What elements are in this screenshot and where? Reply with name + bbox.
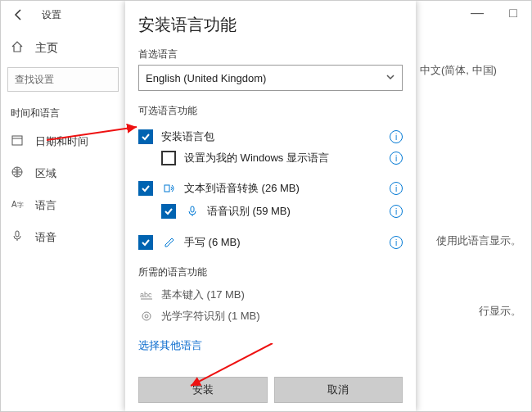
sidebar-item-datetime[interactable]: 日期和时间: [1, 125, 125, 157]
option-label: 手写 (6 MB): [184, 235, 241, 250]
checkbox-unchecked-icon[interactable]: [161, 151, 176, 165]
svg-rect-4: [16, 231, 19, 237]
right-msg-2: 行显示。: [479, 304, 521, 319]
preferred-lang-dropdown[interactable]: English (United Kingdom): [138, 65, 403, 91]
option-handwriting[interactable]: 手写 (6 MB) i: [138, 231, 403, 254]
checkbox-checked-icon[interactable]: [161, 204, 176, 219]
preferred-lang-label: 首选语言: [138, 48, 403, 61]
search-input[interactable]: 查找设置: [7, 67, 119, 92]
tts-icon: [161, 180, 178, 197]
sidebar-item-label: 语音: [35, 230, 56, 245]
option-lang-pack[interactable]: 安装语言包 i: [138, 126, 403, 147]
ocr-icon: [138, 308, 155, 324]
chevron-down-icon: [385, 72, 395, 84]
info-icon[interactable]: i: [390, 182, 403, 195]
info-icon[interactable]: i: [390, 205, 403, 218]
option-label: 设置为我的 Windows 显示语言: [184, 151, 329, 165]
info-icon[interactable]: i: [390, 130, 403, 143]
svg-text:字: 字: [17, 201, 24, 209]
checkbox-checked-icon[interactable]: [138, 129, 153, 144]
right-lang-tag: 中文(简体, 中国): [420, 63, 518, 78]
option-tts[interactable]: 文本到语音转换 (26 MB) i: [138, 177, 403, 200]
sidebar-item-speech[interactable]: 语音: [1, 221, 125, 253]
svg-rect-0: [12, 136, 22, 145]
sidebar-section-title: 时间和语言: [1, 92, 125, 125]
keyboard-icon: abc: [138, 287, 155, 303]
window-title: 设置: [42, 8, 61, 22]
language-icon: A字: [11, 197, 24, 213]
required-features-title: 所需的语言功能: [138, 265, 403, 279]
svg-rect-5: [165, 185, 169, 192]
checkbox-checked-icon[interactable]: [138, 235, 153, 250]
sidebar-item-label: 日期和时间: [35, 134, 88, 149]
sidebar-item-language[interactable]: A字 语言: [1, 189, 125, 221]
svg-text:A: A: [11, 200, 17, 209]
choose-other-lang-link[interactable]: 选择其他语言: [138, 338, 202, 353]
svg-point-8: [142, 312, 151, 320]
required-label: 基本键入 (17 MB): [161, 287, 245, 302]
home-icon: [11, 40, 24, 56]
option-display-lang[interactable]: 设置为我的 Windows 显示语言 i: [138, 147, 403, 169]
back-button[interactable]: [9, 5, 29, 25]
cancel-button[interactable]: 取消: [274, 377, 404, 403]
optional-features-title: 可选语言功能: [138, 104, 403, 118]
info-icon[interactable]: i: [390, 152, 403, 165]
option-label: 语音识别 (59 MB): [207, 204, 291, 219]
required-label: 光学字符识别 (1 MB): [161, 309, 260, 324]
svg-point-9: [145, 315, 148, 318]
home-nav[interactable]: 主页: [1, 35, 125, 61]
option-speech[interactable]: 语音识别 (59 MB) i: [138, 200, 403, 223]
home-label: 主页: [35, 41, 58, 56]
info-icon[interactable]: i: [390, 236, 403, 249]
install-language-dialog: 安装语言功能 首选语言 English (United Kingdom) 可选语…: [125, 1, 416, 411]
mic-icon: [11, 229, 24, 245]
required-typing: abc 基本键入 (17 MB): [138, 284, 403, 306]
minimize-button[interactable]: —: [459, 1, 495, 25]
sidebar-item-label: 区域: [35, 166, 56, 181]
maximize-button[interactable]: □: [495, 1, 531, 25]
option-label: 文本到语音转换 (26 MB): [184, 181, 300, 196]
mic-icon: [184, 203, 201, 220]
globe-icon: [11, 165, 24, 181]
right-msg-1: 使用此语言显示。: [436, 233, 521, 248]
dialog-title: 安装语言功能: [138, 14, 403, 36]
svg-rect-6: [191, 206, 194, 212]
install-button[interactable]: 安装: [138, 377, 268, 403]
sidebar-item-label: 语言: [35, 198, 56, 213]
svg-text:abc: abc: [140, 291, 152, 299]
search-placeholder: 查找设置: [15, 73, 54, 87]
dropdown-value: English (United Kingdom): [146, 72, 266, 84]
checkbox-checked-icon[interactable]: [138, 181, 153, 196]
option-label: 安装语言包: [161, 129, 214, 144]
calendar-icon: [11, 134, 24, 149]
sidebar-item-region[interactable]: 区域: [1, 157, 125, 189]
required-ocr: 光学字符识别 (1 MB): [138, 306, 403, 327]
pen-icon: [161, 234, 178, 251]
